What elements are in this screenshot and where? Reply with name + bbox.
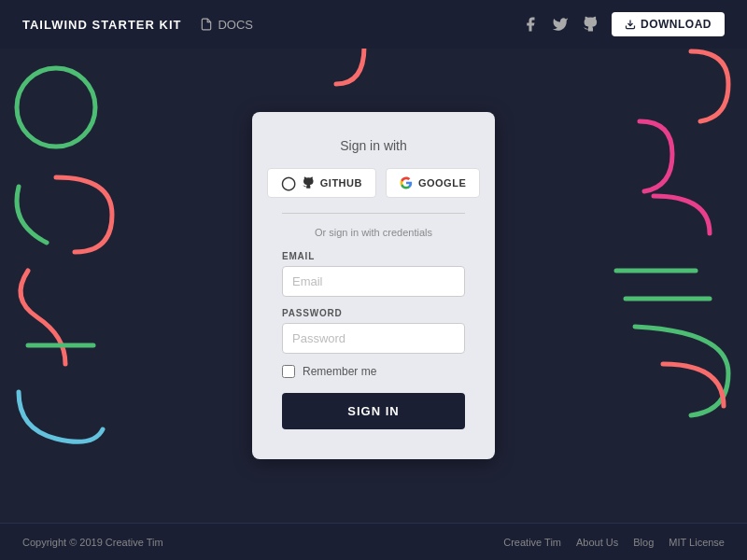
remember-checkbox[interactable] xyxy=(282,365,295,378)
remember-label: Remember me xyxy=(303,365,376,378)
social-buttons: ◯ GITHUB GOOGLE xyxy=(282,168,465,198)
password-input[interactable] xyxy=(282,323,465,354)
facebook-icon xyxy=(522,16,539,33)
footer-link-creative-tim[interactable]: Creative Tim xyxy=(503,537,561,548)
card-title: Sign in with xyxy=(282,138,465,153)
download-icon xyxy=(625,19,636,30)
twitter-nav-icon[interactable] xyxy=(552,16,569,33)
sign-in-button[interactable]: SIGN IN xyxy=(282,393,465,429)
github-btn-icon: ◯ xyxy=(281,175,296,190)
email-label: EMAIL xyxy=(282,251,465,261)
navbar: TAILWIND STARTER KIT DOCS xyxy=(0,0,747,49)
github-button[interactable]: ◯ GITHUB xyxy=(267,168,376,198)
download-button[interactable]: DOWNLOAD xyxy=(612,12,725,36)
docs-link[interactable]: DOCS xyxy=(200,18,253,32)
email-input[interactable] xyxy=(282,266,465,297)
twitter-icon xyxy=(552,16,569,33)
navbar-left: TAILWIND STARTER KIT DOCS xyxy=(22,18,253,32)
google-button[interactable]: GOOGLE xyxy=(386,168,480,198)
google-btn-label: GOOGLE xyxy=(418,177,466,189)
github-btn-svg xyxy=(302,176,315,189)
or-text: Or sign in with credentials xyxy=(282,227,465,238)
footer-link-about-us[interactable]: About Us xyxy=(576,537,618,548)
footer-copyright: Copyright © 2019 Creative Tim xyxy=(22,537,163,548)
divider xyxy=(282,213,465,214)
github-icon xyxy=(582,16,599,33)
remember-row: Remember me xyxy=(282,365,465,378)
github-btn-label: GITHUB xyxy=(320,177,362,189)
google-btn-svg xyxy=(400,176,413,189)
password-label: PASSWORD xyxy=(282,308,465,318)
docs-label: DOCS xyxy=(218,18,253,32)
download-label: DOWNLOAD xyxy=(641,18,712,31)
footer-link-blog[interactable]: Blog xyxy=(633,537,654,548)
main-content: Sign in with ◯ GITHUB GOOGLE Or sign xyxy=(0,49,747,523)
facebook-nav-icon[interactable] xyxy=(522,16,539,33)
file-icon xyxy=(200,18,213,31)
footer-links: Creative Tim About Us Blog MIT License xyxy=(503,537,725,548)
footer-link-mit[interactable]: MIT License xyxy=(669,537,725,548)
github-nav-icon[interactable] xyxy=(582,16,599,33)
brand-name: TAILWIND STARTER KIT xyxy=(22,18,181,32)
login-card: Sign in with ◯ GITHUB GOOGLE Or sign xyxy=(252,112,495,459)
navbar-right: DOWNLOAD xyxy=(522,12,725,36)
footer: Copyright © 2019 Creative Tim Creative T… xyxy=(0,523,747,560)
